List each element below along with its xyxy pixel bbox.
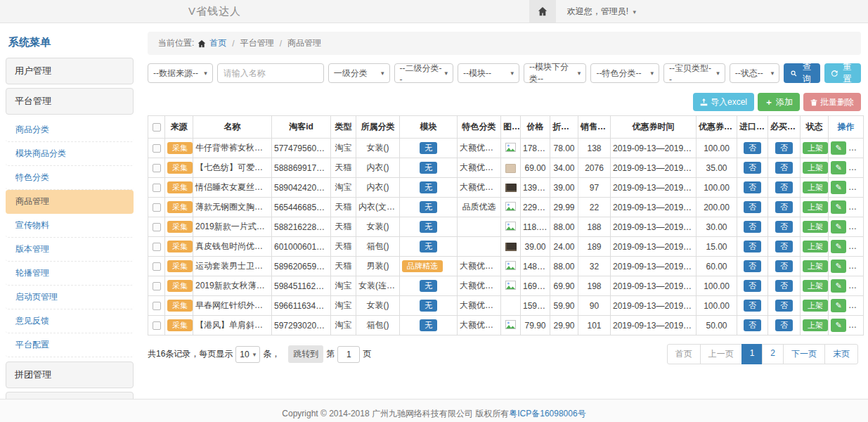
status-badge[interactable]: 上架 bbox=[803, 260, 828, 272]
page-button-末页[interactable]: 末页 bbox=[824, 344, 858, 364]
sidebar-item-特色分类[interactable]: 特色分类 bbox=[6, 166, 134, 190]
sales-count: 198 bbox=[578, 276, 611, 296]
row-checkbox[interactable] bbox=[153, 282, 161, 290]
row-checkbox[interactable] bbox=[153, 223, 161, 231]
edit-button[interactable]: ✎ bbox=[831, 299, 846, 312]
must-buy-badge[interactable]: 否 bbox=[775, 162, 793, 174]
sidebar-item-轮播管理[interactable]: 轮播管理 bbox=[6, 262, 134, 286]
sidebar-group-拼团管理[interactable]: 拼团管理 bbox=[6, 362, 134, 388]
import-select-badge[interactable]: 否 bbox=[744, 221, 761, 233]
edit-button[interactable]: ✎ bbox=[831, 141, 846, 155]
import-select-badge[interactable]: 否 bbox=[744, 280, 761, 292]
import-select-badge[interactable]: 否 bbox=[744, 260, 761, 272]
sidebar-item-意见反馈[interactable]: 意见反馈 bbox=[6, 309, 134, 333]
row-checkbox[interactable] bbox=[153, 164, 161, 172]
filter-select-7[interactable]: --宝贝类型--▾ bbox=[663, 63, 725, 83]
user-menu[interactable]: 欢迎您，管理员! ▾ bbox=[567, 6, 636, 18]
jump-button[interactable]: 跳转到 bbox=[288, 345, 323, 363]
edit-button[interactable]: ✎ bbox=[831, 200, 846, 214]
filter-select-6[interactable]: --特色分类--▾ bbox=[590, 63, 659, 83]
filter-select-4[interactable]: --模块--▾ bbox=[458, 63, 519, 83]
status-badge[interactable]: 上架 bbox=[803, 162, 828, 174]
sidebar-item-商品分类[interactable]: 商品分类 bbox=[6, 118, 134, 142]
sidebar-group-省惠快报[interactable]: 省惠快报 bbox=[6, 392, 134, 399]
import-select-badge[interactable]: 否 bbox=[744, 300, 761, 312]
must-buy-badge[interactable]: 否 bbox=[775, 260, 793, 272]
edit-button[interactable]: ✎ bbox=[831, 161, 846, 174]
must-buy-badge[interactable]: 否 bbox=[775, 181, 793, 193]
filter-select-3[interactable]: --二级分类--▾ bbox=[394, 63, 454, 83]
status-badge[interactable]: 上架 bbox=[803, 221, 828, 233]
row-checkbox[interactable] bbox=[153, 321, 161, 330]
sidebar-item-启动页管理[interactable]: 启动页管理 bbox=[6, 286, 134, 309]
filter-select-8[interactable]: --状态--▾ bbox=[730, 63, 780, 83]
row-checkbox[interactable] bbox=[153, 203, 161, 212]
sidebar-group-用户管理[interactable]: 用户管理 bbox=[6, 58, 134, 84]
search-button[interactable]: 查询 bbox=[784, 63, 820, 83]
must-buy-badge[interactable]: 否 bbox=[775, 319, 793, 331]
must-buy-badge[interactable]: 否 bbox=[775, 142, 793, 154]
name-search-input[interactable] bbox=[217, 63, 324, 83]
select-all-checkbox[interactable] bbox=[153, 123, 161, 132]
edit-button[interactable]: ✎ bbox=[831, 220, 846, 234]
filter-select-2[interactable]: 一级分类▾ bbox=[328, 63, 390, 83]
edit-button[interactable]: ✎ bbox=[831, 319, 846, 332]
must-buy-badge[interactable]: 否 bbox=[775, 300, 793, 312]
import-select-badge[interactable]: 否 bbox=[744, 162, 761, 174]
edit-button[interactable]: ✎ bbox=[831, 240, 846, 253]
import-excel-button[interactable]: 导入excel bbox=[693, 93, 754, 111]
reset-button[interactable]: 重置 bbox=[824, 63, 861, 83]
sidebar-item-宣传物料[interactable]: 宣传物料 bbox=[6, 214, 134, 238]
page-button-下一页[interactable]: 下一页 bbox=[783, 344, 825, 364]
sidebar-item-模块商品分类[interactable]: 模块商品分类 bbox=[6, 142, 134, 166]
page-button-首页[interactable]: 首页 bbox=[667, 344, 701, 364]
source-cell: 采集 bbox=[165, 158, 193, 178]
page-button-2[interactable]: 2 bbox=[762, 344, 784, 364]
add-button[interactable]: ＋ 添加 bbox=[758, 93, 800, 111]
row-checkbox[interactable] bbox=[153, 243, 161, 251]
status-badge[interactable]: 上架 bbox=[803, 319, 828, 331]
import-select-badge[interactable]: 否 bbox=[744, 319, 761, 331]
category: 女装() bbox=[356, 217, 400, 237]
filter-select-5[interactable]: --模块下分类--▾ bbox=[524, 63, 586, 83]
row-checkbox[interactable] bbox=[153, 262, 161, 271]
import-select-badge[interactable]: 否 bbox=[744, 201, 761, 213]
status-badge[interactable]: 上架 bbox=[803, 181, 828, 193]
status-badge[interactable]: 上架 bbox=[803, 142, 828, 154]
page-number-input[interactable] bbox=[337, 346, 360, 363]
row-checkbox[interactable] bbox=[153, 184, 161, 192]
import-select-badge[interactable]: 否 bbox=[744, 181, 761, 193]
status-badge[interactable]: 上架 bbox=[803, 241, 828, 252]
status-badge[interactable]: 上架 bbox=[803, 300, 828, 312]
category: 箱包() bbox=[356, 237, 400, 257]
feature-category bbox=[458, 217, 501, 237]
home-button[interactable] bbox=[529, 0, 556, 23]
per-page-select[interactable]: 10 ▾ bbox=[235, 346, 260, 363]
row-checkbox[interactable] bbox=[153, 144, 161, 153]
taoke-id: 577479560965 bbox=[272, 139, 331, 158]
must-buy-badge[interactable]: 否 bbox=[775, 280, 793, 292]
page-button-上一页[interactable]: 上一页 bbox=[700, 344, 742, 364]
status-badge[interactable]: 上架 bbox=[803, 280, 828, 292]
row-checkbox[interactable] bbox=[153, 302, 161, 310]
import-select-badge[interactable]: 否 bbox=[744, 142, 761, 154]
page-button-1[interactable]: 1 bbox=[741, 344, 763, 364]
status-badge[interactable]: 上架 bbox=[803, 201, 828, 213]
breadcrumb-home-link[interactable]: 首页 bbox=[209, 37, 226, 49]
sidebar-item-版本管理[interactable]: 版本管理 bbox=[6, 238, 134, 262]
sidebar-item-商品管理[interactable]: 商品管理 bbox=[6, 190, 134, 214]
edit-button[interactable]: ✎ bbox=[831, 279, 846, 293]
row-select-cell bbox=[148, 237, 165, 257]
filter-select-0[interactable]: --数据来源--▾ bbox=[148, 63, 213, 83]
must-buy-badge[interactable]: 否 bbox=[775, 221, 793, 233]
must-buy-badge[interactable]: 否 bbox=[775, 241, 793, 252]
edit-button[interactable]: ✎ bbox=[831, 260, 846, 273]
sidebar-group-平台管理[interactable]: 平台管理 bbox=[6, 88, 134, 115]
sidebar-item-平台配置[interactable]: 平台配置 bbox=[6, 333, 134, 357]
batch-delete-button[interactable]: 批量删除 bbox=[803, 93, 861, 111]
must-buy-badge[interactable]: 否 bbox=[775, 201, 793, 213]
breadcrumb-separator: / bbox=[230, 39, 236, 49]
edit-button[interactable]: ✎ bbox=[831, 181, 846, 194]
icp-link[interactable]: 粤ICP备16098006号 bbox=[509, 408, 585, 420]
import-select-badge[interactable]: 否 bbox=[744, 241, 761, 252]
